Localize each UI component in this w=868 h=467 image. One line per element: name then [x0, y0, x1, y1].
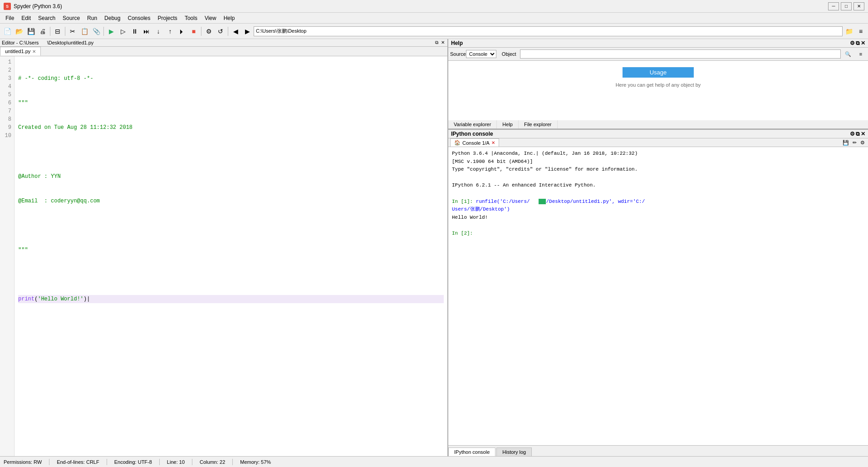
console-tab-icons[interactable]: 💾 ✏ ⚙: [841, 139, 866, 146]
console-tab-1[interactable]: 🏠 Console 1/A ✕: [450, 138, 499, 147]
menu-edit[interactable]: Edit: [18, 14, 34, 22]
toolbar-sep-4: [201, 27, 201, 36]
console-output[interactable]: Python 3.6.4 |Anaconda, Inc.| (default, …: [448, 147, 868, 445]
tb-step-in[interactable]: ↓: [153, 26, 164, 37]
help-object-input[interactable]: [520, 49, 841, 59]
console-header: IPython console ⚙ ⧉ ✕: [448, 130, 868, 138]
help-search-btn[interactable]: 🔍: [843, 49, 853, 59]
status-sep-4: [192, 459, 192, 465]
tb-browse[interactable]: 📁: [843, 26, 854, 37]
toolbar-path-end: 📁 ≡: [843, 26, 866, 37]
menu-source[interactable]: Source: [59, 14, 83, 22]
code-editor[interactable]: # -*- coding: utf-8 -*- """ Created on T…: [15, 56, 447, 456]
tb-step-out[interactable]: ↑: [165, 26, 176, 37]
menu-tools[interactable]: Tools: [181, 14, 201, 22]
console-gear-icon[interactable]: ⚙: [850, 131, 855, 137]
console-tab-label: Console 1/A: [462, 140, 490, 146]
help-close-icon[interactable]: ✕: [861, 40, 865, 46]
console-icon-save[interactable]: 💾: [841, 139, 850, 146]
tb-preferences[interactable]: ⊟: [52, 26, 63, 37]
console-header-controls[interactable]: ⚙ ⧉ ✕: [850, 131, 865, 137]
editor-path: Editor - C:\Users \Desktop\untitled1.py: [2, 40, 93, 45]
titlebar: S Spyder (Python 3.6) ─ □ ✕: [0, 0, 868, 13]
line-num-4: 4: [3, 83, 11, 91]
console-float-icon[interactable]: ⧉: [856, 131, 860, 137]
bottom-tab-history[interactable]: History log: [496, 447, 532, 456]
console-icon-settings[interactable]: ⚙: [859, 139, 866, 146]
code-line-6: @Email : coderyyn@qq.com: [18, 197, 444, 205]
bottom-tab-ipython[interactable]: IPython console: [448, 447, 495, 456]
code-line-4: [18, 148, 444, 156]
tb-interrupt[interactable]: ⚙: [203, 26, 214, 37]
code-line-7: [18, 221, 444, 230]
console-type-info: Type "copyright", "credits" or "license"…: [452, 166, 864, 174]
menu-search[interactable]: Search: [34, 14, 59, 22]
tb-run[interactable]: ▶: [106, 26, 117, 37]
titlebar-controls[interactable]: ─ □ ✕: [828, 2, 864, 10]
maximize-button[interactable]: □: [841, 2, 852, 10]
help-gear-icon[interactable]: ⚙: [850, 40, 855, 46]
toolbar-sep-3: [103, 27, 104, 36]
tb-copy[interactable]: 📋: [79, 26, 90, 37]
help-title: Help: [451, 40, 463, 46]
app-title: Spyder (Python 3.6): [14, 3, 62, 10]
console-blank-1: [452, 174, 864, 182]
menu-run[interactable]: Run: [83, 14, 101, 22]
help-float-icon[interactable]: ⧉: [856, 40, 860, 46]
help-usage-button[interactable]: Usage: [623, 67, 694, 78]
code-line-5: @Author : YYN: [18, 172, 444, 181]
status-eol: End-of-lines: CRLF: [57, 459, 99, 465]
menu-help[interactable]: Help: [220, 14, 239, 22]
editor-float-btn[interactable]: ⧉: [434, 40, 439, 45]
tb-run-file[interactable]: ▷: [118, 26, 128, 37]
app-icon: S: [4, 3, 11, 10]
tb-step[interactable]: ⏭: [141, 26, 152, 37]
tb-open-file[interactable]: 📂: [14, 26, 25, 37]
line-num-1: 1: [3, 58, 11, 66]
menu-consoles[interactable]: Consoles: [124, 14, 154, 22]
tb-continue[interactable]: ⏵: [177, 26, 187, 37]
path-input[interactable]: [254, 26, 843, 36]
menubar: File Edit Search Source Run Debug Consol…: [0, 13, 868, 24]
minimize-button[interactable]: ─: [828, 2, 839, 10]
editor-header: Editor - C:\Users \Desktop\untitled1.py …: [0, 39, 447, 47]
console-close-icon[interactable]: ✕: [861, 131, 865, 137]
tb-back[interactable]: ◀: [230, 26, 241, 37]
editor-tab-untitled1[interactable]: untitled1.py ✕: [0, 47, 41, 56]
editor-controls[interactable]: ⧉ ✕: [434, 40, 446, 45]
tb-debug[interactable]: ⏸: [129, 26, 140, 37]
menu-file[interactable]: File: [2, 14, 18, 22]
tab-close-icon[interactable]: ✕: [32, 49, 36, 54]
console-tabs-bar: 🏠 Console 1/A ✕ 💾 ✏ ⚙: [448, 138, 868, 147]
line-num-2: 2: [3, 66, 11, 74]
menu-projects[interactable]: Projects: [154, 14, 181, 22]
status-encoding: Encoding: UTF-8: [114, 459, 152, 465]
help-tab-variable-explorer[interactable]: Variable explorer: [448, 120, 497, 128]
tb-stop[interactable]: ■: [188, 26, 199, 37]
console-tab-close-icon[interactable]: ✕: [491, 140, 495, 145]
console-hello-output: Hello World!: [452, 214, 864, 222]
tb-forward[interactable]: ▶: [242, 26, 253, 37]
menu-view[interactable]: View: [201, 14, 220, 22]
editor-tabs: untitled1.py ✕: [0, 47, 447, 56]
tb-options[interactable]: ≡: [855, 26, 866, 37]
code-line-8: """: [18, 246, 444, 254]
tb-print[interactable]: 🖨: [37, 26, 48, 37]
main-area: Editor - C:\Users \Desktop\untitled1.py …: [0, 39, 868, 456]
editor-close-btn[interactable]: ✕: [440, 40, 446, 45]
help-options-btn[interactable]: ≡: [855, 49, 866, 59]
help-tab-help[interactable]: Help: [497, 120, 519, 128]
close-button[interactable]: ✕: [853, 2, 864, 10]
tb-save[interactable]: 💾: [25, 26, 36, 37]
tb-paste[interactable]: 📎: [91, 26, 102, 37]
help-tab-file-explorer[interactable]: File explorer: [519, 120, 558, 128]
tb-restart[interactable]: ↺: [215, 26, 226, 37]
help-header-controls[interactable]: ⚙ ⧉ ✕: [850, 40, 865, 46]
code-line-1: # -*- coding: utf-8 -*-: [18, 74, 444, 83]
help-source-dropdown[interactable]: Console Source: [466, 50, 496, 58]
console-icon-edit[interactable]: ✏: [851, 139, 858, 146]
tb-new-file[interactable]: 📄: [2, 26, 13, 37]
menu-debug[interactable]: Debug: [101, 14, 124, 22]
console-panel: IPython console ⚙ ⧉ ✕ 🏠 Console 1/A ✕ 💾 …: [448, 130, 868, 456]
tb-cut[interactable]: ✂: [67, 26, 78, 37]
